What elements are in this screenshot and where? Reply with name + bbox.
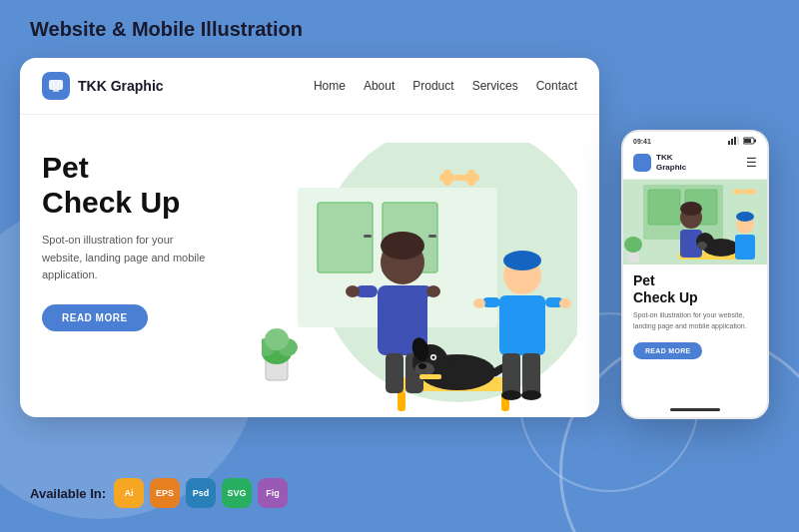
- svg-rect-59: [648, 190, 680, 225]
- nav-contact[interactable]: Contact: [536, 79, 577, 93]
- svg-rect-75: [735, 235, 755, 260]
- svg-point-28: [426, 285, 440, 297]
- logo-text: TKK Graphic: [78, 78, 164, 94]
- mobile-navbar: TKK Graphic ☰: [623, 148, 767, 180]
- svg-point-12: [467, 170, 475, 178]
- desktop-hero-subtitle: Spot-on illustration for your website, l…: [42, 232, 212, 284]
- mobile-status-icons: [728, 137, 757, 145]
- badge-ai: Ai: [114, 478, 144, 508]
- nav-home[interactable]: Home: [314, 79, 346, 93]
- svg-rect-46: [502, 353, 520, 395]
- svg-point-40: [503, 251, 541, 270]
- badge-psd: Psd: [186, 478, 216, 508]
- mobile-logo-text: TKK Graphic: [656, 153, 746, 174]
- svg-point-13: [467, 178, 475, 186]
- badge-svg: SVG: [222, 478, 252, 508]
- svg-point-65: [624, 237, 642, 253]
- badge-fig: Fig: [258, 478, 288, 508]
- nav-services[interactable]: Services: [472, 79, 518, 93]
- svg-point-68: [680, 202, 702, 216]
- nav-product[interactable]: Product: [412, 79, 453, 93]
- mobile-time: 09:41: [633, 138, 651, 145]
- mobile-illustration: [623, 180, 767, 265]
- logo-icon: [42, 72, 70, 100]
- svg-point-72: [697, 242, 707, 250]
- svg-rect-55: [754, 140, 756, 143]
- svg-point-49: [521, 390, 541, 400]
- page-title: Website & Mobile Illustration: [30, 18, 303, 41]
- hamburger-icon[interactable]: ☰: [746, 156, 757, 170]
- svg-point-48: [501, 390, 521, 400]
- svg-rect-41: [499, 295, 545, 355]
- svg-rect-5: [364, 235, 372, 238]
- svg-rect-56: [744, 139, 751, 143]
- mobile-status-bar: 09:41: [623, 132, 767, 148]
- svg-rect-0: [49, 80, 63, 90]
- mobile-home-indicator: [670, 408, 720, 411]
- available-in-section: Available In: Ai EPS Psd SVG Fig: [30, 478, 288, 508]
- mobile-hero-subtitle: Spot-on illustration for your website, l…: [633, 310, 757, 331]
- svg-rect-20: [398, 391, 405, 411]
- svg-point-27: [346, 285, 360, 297]
- svg-point-23: [381, 232, 424, 260]
- svg-rect-50: [728, 141, 730, 145]
- available-label: Available In:: [30, 486, 106, 501]
- svg-rect-29: [386, 353, 403, 393]
- svg-rect-1: [53, 90, 59, 92]
- svg-point-10: [443, 170, 451, 178]
- desktop-hero-text: Pet Check Up Spot-on illustration for yo…: [42, 143, 262, 417]
- svg-rect-6: [428, 235, 436, 238]
- svg-point-44: [473, 298, 485, 308]
- badge-eps: EPS: [150, 478, 180, 508]
- svg-rect-37: [419, 374, 441, 379]
- desktop-hero-title: Pet Check Up: [42, 151, 262, 220]
- svg-point-74: [736, 212, 754, 222]
- desktop-illustration: [262, 143, 577, 417]
- svg-point-11: [443, 178, 451, 186]
- svg-point-34: [418, 363, 426, 369]
- nav-about[interactable]: About: [364, 79, 395, 93]
- mobile-logo-icon: [633, 154, 651, 172]
- svg-point-36: [432, 356, 435, 359]
- svg-point-45: [559, 298, 571, 308]
- svg-rect-63: [743, 190, 751, 194]
- mobile-mockup: 09:41 TKK Graphic ☰: [621, 130, 769, 419]
- svg-rect-51: [731, 139, 733, 145]
- desktop-nav-links: Home About Product Services Contact: [314, 79, 577, 93]
- desktop-mockup: TKK Graphic Home About Product Services …: [20, 58, 599, 417]
- read-more-button[interactable]: READ MORE: [42, 304, 148, 331]
- svg-rect-47: [522, 353, 540, 395]
- mobile-read-more-button[interactable]: READ MORE: [633, 342, 702, 359]
- svg-rect-52: [734, 137, 736, 145]
- mobile-hero: Pet Check Up Spot-on illustration for yo…: [623, 265, 767, 360]
- illustration-svg: [262, 158, 577, 417]
- svg-point-18: [265, 328, 289, 350]
- svg-point-61: [733, 189, 743, 195]
- mobile-hero-title: Pet Check Up: [633, 272, 757, 306]
- desktop-hero: Pet Check Up Spot-on illustration for yo…: [20, 115, 599, 417]
- svg-rect-3: [318, 203, 373, 272]
- svg-rect-53: [737, 137, 739, 145]
- desktop-navbar: TKK Graphic Home About Product Services …: [20, 58, 599, 115]
